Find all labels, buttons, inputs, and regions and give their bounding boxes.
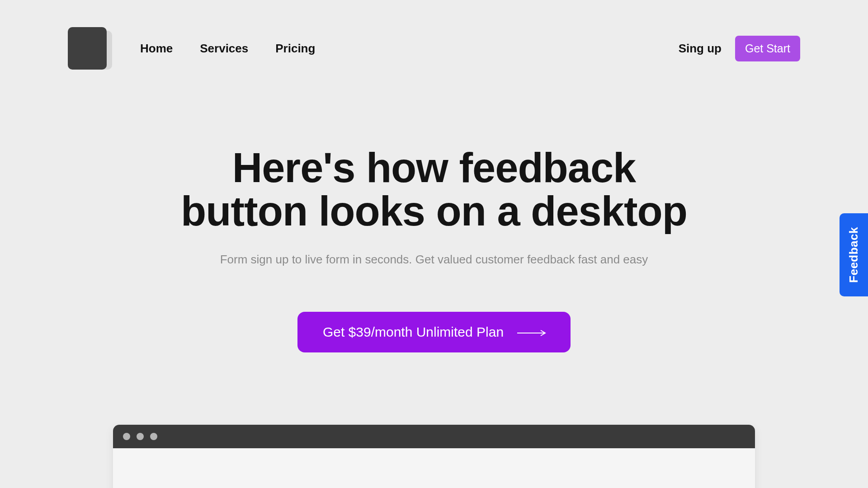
site-header: Home Services Pricing Sing up Get Start	[68, 0, 800, 79]
hero-title-line1: Here's how feedback	[232, 145, 636, 191]
feedback-tab-button[interactable]: Feedback	[840, 213, 868, 296]
traffic-light-zoom-icon	[150, 433, 157, 440]
hero-section: Here's how feedback button looks on a de…	[68, 146, 800, 352]
browser-body	[113, 448, 755, 488]
logo-block	[68, 27, 107, 70]
cta-button[interactable]: Get $39/month Unlimited Plan	[297, 312, 571, 352]
nav-home[interactable]: Home	[140, 42, 173, 56]
main-nav: Home Services Pricing	[140, 42, 679, 56]
hero-subtitle: Form sign up to live form in seconds. Ge…	[68, 253, 800, 267]
nav-pricing[interactable]: Pricing	[275, 42, 315, 56]
hero-title-line2: button looks on a desktop	[181, 188, 687, 234]
traffic-light-minimize-icon	[137, 433, 144, 440]
get-start-button[interactable]: Get Start	[735, 36, 800, 61]
signup-link[interactable]: Sing up	[679, 42, 722, 56]
browser-mockup	[113, 425, 755, 488]
hero-title: Here's how feedback button looks on a de…	[68, 146, 800, 233]
header-actions: Sing up Get Start	[679, 36, 800, 61]
arrow-right-icon	[517, 330, 545, 334]
logo[interactable]	[68, 27, 113, 70]
browser-titlebar	[113, 425, 755, 448]
traffic-light-close-icon	[123, 433, 130, 440]
cta-label: Get $39/month Unlimited Plan	[323, 324, 504, 340]
nav-services[interactable]: Services	[200, 42, 248, 56]
